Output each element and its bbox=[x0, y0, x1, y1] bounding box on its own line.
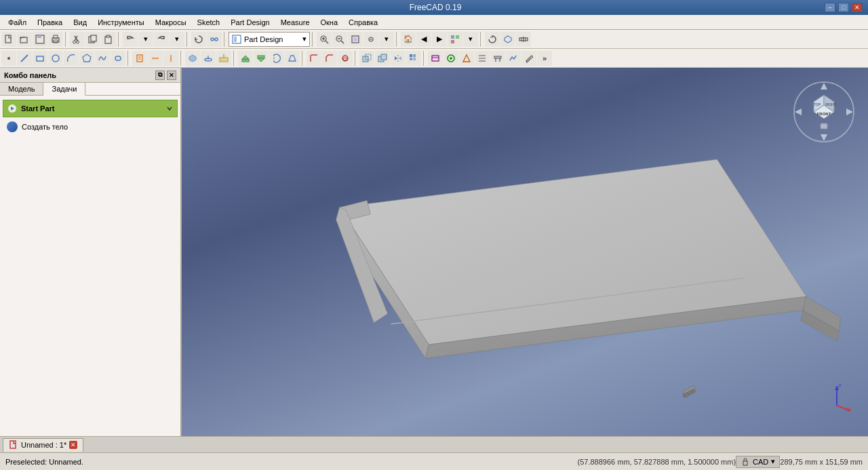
cut-button[interactable] bbox=[70, 32, 85, 47]
constraint-vert[interactable] bbox=[163, 51, 178, 66]
panel-header: Комбо панель ⧉ ✕ bbox=[0, 68, 180, 83]
axis-indicator: Z X bbox=[822, 382, 849, 409]
wrench-icon[interactable] bbox=[521, 51, 536, 66]
link-button[interactable] bbox=[207, 32, 222, 47]
mirror-button[interactable] bbox=[391, 51, 406, 66]
extra-tool-2[interactable] bbox=[443, 51, 458, 66]
view-options-button[interactable] bbox=[363, 32, 378, 47]
svg-rect-53 bbox=[242, 59, 249, 62]
circle-tool[interactable] bbox=[48, 51, 63, 66]
toolbar-separator-5 bbox=[312, 32, 315, 47]
slot-tool[interactable] bbox=[111, 51, 125, 66]
array-button[interactable] bbox=[406, 51, 421, 66]
point-tool[interactable] bbox=[1, 51, 16, 66]
sync-button[interactable] bbox=[485, 32, 500, 47]
rect-tool[interactable] bbox=[33, 51, 47, 66]
line-tool[interactable] bbox=[17, 51, 32, 66]
svg-point-9 bbox=[73, 41, 76, 43]
svg-rect-55 bbox=[258, 56, 264, 58]
open-button[interactable] bbox=[17, 32, 32, 47]
bspline-tool[interactable] bbox=[95, 51, 110, 66]
maximize-button[interactable]: □ bbox=[838, 3, 849, 12]
close-tab-button[interactable]: ✕ bbox=[69, 441, 77, 449]
svg-line-39 bbox=[21, 55, 28, 62]
menu-measure[interactable]: Measure bbox=[275, 17, 315, 28]
cad-indicator[interactable]: CAD ▾ bbox=[736, 456, 780, 468]
menu-tools[interactable]: Инструменты bbox=[92, 17, 150, 28]
menu-help[interactable]: Справка bbox=[343, 17, 383, 28]
constraint-fix[interactable] bbox=[132, 51, 147, 66]
new-sketch-button[interactable] bbox=[201, 51, 216, 66]
svg-line-25 bbox=[341, 41, 344, 43]
pocket-button[interactable] bbox=[254, 51, 269, 66]
toolbar2-sep-1 bbox=[127, 51, 130, 66]
poly-tool[interactable] bbox=[79, 51, 94, 66]
panel-float-button[interactable]: ⧉ bbox=[155, 71, 165, 80]
section-collapse-icon bbox=[166, 105, 173, 112]
document-tab-unnamed[interactable]: Unnamed : 1* ✕ bbox=[3, 438, 83, 452]
menu-partdesign[interactable]: Part Design bbox=[225, 17, 275, 28]
undo-dropdown[interactable]: ▾ bbox=[138, 32, 153, 47]
svg-rect-14 bbox=[106, 35, 110, 37]
view-modes-dropdown[interactable]: ▾ bbox=[463, 32, 478, 47]
cad-dropdown-arrow[interactable]: ▾ bbox=[771, 457, 775, 466]
paste-button[interactable] bbox=[101, 32, 116, 47]
view-modes-button[interactable] bbox=[448, 32, 462, 47]
redo-dropdown[interactable]: ▾ bbox=[170, 32, 184, 47]
extra-tool-3[interactable] bbox=[459, 51, 474, 66]
extra-tool-4[interactable] bbox=[475, 51, 490, 66]
boolean-union-button[interactable] bbox=[375, 51, 390, 66]
tab-tasks[interactable]: Задачи bbox=[43, 83, 85, 96]
minimize-button[interactable]: – bbox=[825, 3, 835, 12]
extra-tool-5[interactable] bbox=[490, 51, 505, 66]
pad-button[interactable] bbox=[238, 51, 253, 66]
revolve-button[interactable] bbox=[269, 51, 284, 66]
close-button[interactable]: ✕ bbox=[852, 3, 863, 12]
zoom-out-button[interactable] bbox=[332, 32, 347, 47]
create-body-item[interactable]: Создать тело bbox=[0, 119, 180, 135]
boolean-cut-button[interactable] bbox=[359, 51, 374, 66]
undo-button[interactable] bbox=[123, 32, 138, 47]
save-button[interactable] bbox=[33, 32, 47, 47]
panel-close-button[interactable]: ✕ bbox=[167, 71, 176, 80]
measure-button[interactable] bbox=[516, 32, 531, 47]
viewport[interactable]: FRONT TOP RIGHT Z X bbox=[182, 68, 868, 436]
fillet-button[interactable] bbox=[307, 51, 321, 66]
new-button[interactable] bbox=[1, 32, 16, 47]
view-options-dropdown[interactable]: ▾ bbox=[379, 32, 394, 47]
body-icon bbox=[7, 121, 18, 132]
svg-text:Z: Z bbox=[838, 383, 842, 389]
overflow-button[interactable]: » bbox=[537, 51, 552, 66]
copy-button[interactable] bbox=[85, 32, 100, 47]
svg-rect-31 bbox=[451, 35, 454, 39]
refresh-button[interactable] bbox=[191, 32, 206, 47]
attach-sketch-button[interactable] bbox=[216, 51, 231, 66]
menu-view[interactable]: Вид bbox=[68, 17, 92, 28]
tab-model[interactable]: Модель bbox=[0, 83, 43, 95]
arc-tool[interactable] bbox=[64, 51, 79, 66]
menu-edit[interactable]: Правка bbox=[32, 17, 68, 28]
3dview-button[interactable] bbox=[500, 32, 515, 47]
view-home-button[interactable]: 🏠 bbox=[401, 32, 416, 47]
zoom-in-button[interactable] bbox=[317, 32, 332, 47]
menu-macros[interactable]: Макросы bbox=[150, 17, 192, 28]
constraint-horiz[interactable] bbox=[148, 51, 163, 66]
svg-point-30 bbox=[370, 39, 372, 40]
zoom-fit-button[interactable] bbox=[348, 32, 363, 47]
redo-button[interactable] bbox=[154, 32, 169, 47]
print-button[interactable] bbox=[48, 32, 63, 47]
menu-file[interactable]: Файл bbox=[3, 17, 32, 28]
toolbar-separator-2 bbox=[118, 32, 121, 47]
extra-tool-6[interactable] bbox=[506, 51, 521, 66]
hole-button[interactable] bbox=[338, 51, 353, 66]
extra-tool-1[interactable] bbox=[428, 51, 443, 66]
next-view-button[interactable]: ▶ bbox=[432, 32, 447, 47]
prev-view-button[interactable]: ◀ bbox=[416, 32, 431, 47]
nav-cube[interactable]: FRONT TOP RIGHT bbox=[793, 81, 854, 142]
chamfer-button[interactable] bbox=[322, 51, 337, 66]
workbench-dropdown[interactable]: Part Design ▾ bbox=[229, 32, 310, 47]
loft-button[interactable] bbox=[285, 51, 300, 66]
new-body-button[interactable] bbox=[185, 51, 200, 66]
menu-windows[interactable]: Окна bbox=[315, 17, 344, 28]
menu-sketch[interactable]: Sketch bbox=[192, 17, 226, 28]
